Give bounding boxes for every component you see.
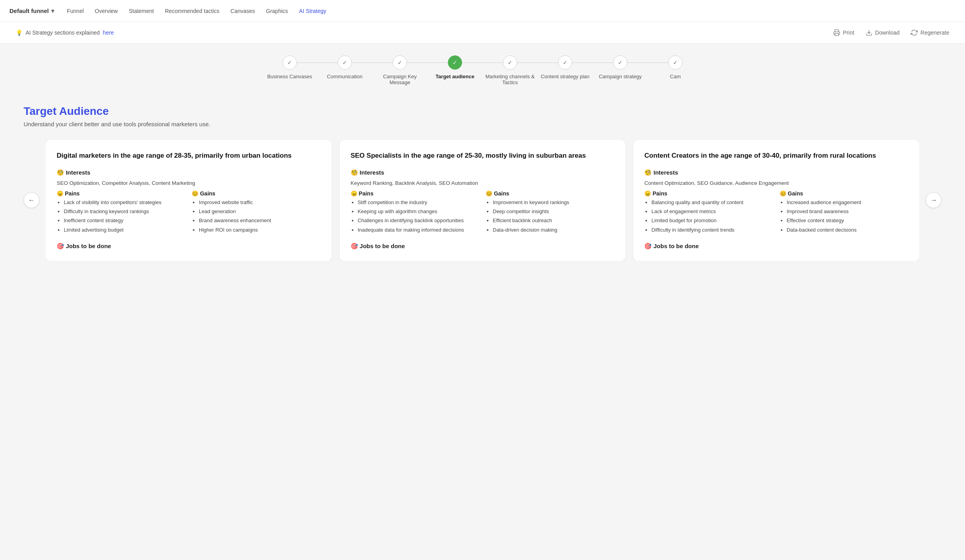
stepper-business-canvases[interactable]: ✓ Business Canvases xyxy=(262,55,317,79)
card-2-interests-label: 🧐 Interests xyxy=(351,169,615,176)
stepper-circle-8: ✓ xyxy=(668,55,682,70)
card-3-interests-label: 🧐 Interests xyxy=(644,169,908,176)
list-item: Limited advertising budget xyxy=(64,227,185,234)
list-item: Difficulty in tracking keyword rankings xyxy=(64,208,185,215)
svg-rect-0 xyxy=(835,33,838,36)
info-link[interactable]: here xyxy=(103,29,114,36)
info-text: 💡 AI Strategy sections explained here xyxy=(16,29,114,36)
list-item: Improved website traffic xyxy=(199,199,320,206)
list-item: Difficulty in identifying content trends xyxy=(651,227,773,234)
stepper-circle-1: ✓ xyxy=(283,55,297,70)
card-3: Content Creators in the age range of 30-… xyxy=(633,140,919,261)
card-3-pains-label: 😠 Pains xyxy=(644,190,773,197)
stepper-content-strategy[interactable]: ✓ Content strategy plan xyxy=(538,55,593,79)
chevron-down-icon: ▾ xyxy=(51,7,54,15)
card-2-gains-col: 😊 Gains Improvement in keyword rankings … xyxy=(486,190,614,236)
card-1-interests-label: 🧐 Interests xyxy=(57,169,321,176)
list-item: Keeping up with algorithm changes xyxy=(358,208,479,215)
list-item: Brand awareness enhancement xyxy=(199,217,320,224)
list-item: Effective content strategy xyxy=(787,217,908,224)
top-navigation: Default funnel ▾ Funnel Overview Stateme… xyxy=(0,0,965,22)
lightbulb-icon: 💡 xyxy=(16,29,22,36)
card-2-pains-gains: 😠 Pains Stiff competition in the industr… xyxy=(351,190,615,236)
card-3-gains-list: Increased audience engagement Improved b… xyxy=(780,199,908,234)
card-2-interests-text: Keyword Ranking, Backlink Analysis, SEO … xyxy=(351,179,615,187)
list-item: Higher ROI on campaigns xyxy=(199,227,320,234)
stepper-circle-4: ✓ xyxy=(448,55,462,70)
card-1-pains-col: 😠 Pains Lack of visibility into competit… xyxy=(57,190,185,236)
nav-overview[interactable]: Overview xyxy=(95,8,118,14)
card-3-gains-label: 😊 Gains xyxy=(780,190,908,197)
card-1-interests-text: SEO Optimization, Competitor Analysis, C… xyxy=(57,179,321,187)
print-icon xyxy=(833,29,840,36)
card-2-gains-label: 😊 Gains xyxy=(486,190,614,197)
card-2-title: SEO Specialists in the age range of 25-3… xyxy=(351,151,615,160)
list-item: Data-backed content decisions xyxy=(787,227,908,234)
card-3-pains-list: Balancing quality and quantity of conten… xyxy=(644,199,773,234)
download-button[interactable]: Download xyxy=(865,29,900,36)
nav-ai-strategy[interactable]: AI Strategy xyxy=(299,8,326,14)
card-1-gains-col: 😊 Gains Improved website traffic Lead ge… xyxy=(192,190,320,236)
download-icon xyxy=(865,29,873,36)
funnel-selector[interactable]: Default funnel ▾ xyxy=(9,7,54,15)
card-1: Digital marketers in the age range of 28… xyxy=(46,140,332,261)
list-item: Inadequate data for making informed deci… xyxy=(358,227,479,234)
list-item: Lack of engagement metrics xyxy=(651,208,773,215)
stepper-campaign-strategy[interactable]: ✓ Campaign strategy xyxy=(593,55,648,79)
card-1-pains-gains: 😠 Pains Lack of visibility into competit… xyxy=(57,190,321,236)
nav-graphics[interactable]: Graphics xyxy=(266,8,288,14)
list-item: Data-driven decision making xyxy=(493,227,614,234)
stepper-marketing-channels[interactable]: ✓ Marketing channels & Tactics xyxy=(482,55,538,85)
list-item: Stiff competition in the industry xyxy=(358,199,479,206)
list-item: Increased audience engagement xyxy=(787,199,908,206)
card-3-pains-col: 😠 Pains Balancing quality and quantity o… xyxy=(644,190,773,236)
list-item: Limited budget for promotion xyxy=(651,217,773,224)
right-arrow-button[interactable]: → xyxy=(926,192,941,208)
funnel-name: Default funnel xyxy=(9,7,49,14)
list-item: Balancing quality and quantity of conten… xyxy=(651,199,773,206)
list-item: Inefficient content strategy xyxy=(64,217,185,224)
left-arrow-icon: ← xyxy=(28,196,35,204)
nav-statement[interactable]: Statement xyxy=(129,8,154,14)
action-bar: 💡 AI Strategy sections explained here Pr… xyxy=(0,22,965,44)
regenerate-button[interactable]: Regenerate xyxy=(911,29,949,36)
right-arrow-icon: → xyxy=(930,196,937,204)
stepper-campaign-key-message[interactable]: ✓ Campaign Key Message xyxy=(372,55,427,85)
card-3-jobs-label: 🎯 Jobs to be done xyxy=(644,243,908,250)
regenerate-icon xyxy=(911,29,918,36)
stepper-communication[interactable]: ✓ Communication xyxy=(317,55,372,79)
stepper-circle-6: ✓ xyxy=(558,55,572,70)
stepper-cam[interactable]: ✓ Cam xyxy=(648,55,703,79)
nav-funnel[interactable]: Funnel xyxy=(67,8,84,14)
card-2-gains-list: Improvement in keyword rankings Deep com… xyxy=(486,199,614,234)
list-item: Challenges in identifying backlink oppor… xyxy=(358,217,479,224)
nav-links: Funnel Overview Statement Recommended ta… xyxy=(67,8,326,14)
stepper-circle-5: ✓ xyxy=(503,55,517,70)
card-1-gains-label: 😊 Gains xyxy=(192,190,320,197)
card-2: SEO Specialists in the age range of 25-3… xyxy=(340,140,626,261)
print-button[interactable]: Print xyxy=(833,29,854,36)
card-2-pains-list: Stiff competition in the industry Keepin… xyxy=(351,199,479,234)
nav-canvases[interactable]: Canvases xyxy=(231,8,255,14)
cards-wrapper: ← Digital marketers in the age range of … xyxy=(24,140,941,261)
action-buttons: Print Download Regenerate xyxy=(833,29,949,36)
stepper-target-audience[interactable]: ✓ Target audience xyxy=(427,55,482,79)
card-3-interests-text: Content Optimization, SEO Guidance, Audi… xyxy=(644,179,908,187)
stepper-circle-7: ✓ xyxy=(613,55,627,70)
cards-container: Digital marketers in the age range of 28… xyxy=(46,140,919,261)
left-arrow-button[interactable]: ← xyxy=(24,192,39,208)
card-1-pains-list: Lack of visibility into competitors' str… xyxy=(57,199,185,234)
page-title: Target Audience xyxy=(24,105,941,118)
stepper-circle-2: ✓ xyxy=(338,55,352,70)
stepper-section: ✓ Business Canvases ✓ Communication ✓ Ca… xyxy=(0,44,965,89)
card-1-jobs-label: 🎯 Jobs to be done xyxy=(57,243,321,250)
list-item: Improved brand awareness xyxy=(787,208,908,215)
card-3-title: Content Creators in the age range of 30-… xyxy=(644,151,908,160)
nav-recommended-tactics[interactable]: Recommended tactics xyxy=(165,8,220,14)
card-3-gains-col: 😊 Gains Increased audience engagement Im… xyxy=(780,190,908,236)
stepper: ✓ Business Canvases ✓ Communication ✓ Ca… xyxy=(262,55,703,85)
card-1-gains-list: Improved website traffic Lead generation… xyxy=(192,199,320,234)
card-2-pains-label: 😠 Pains xyxy=(351,190,479,197)
card-1-pains-label: 😠 Pains xyxy=(57,190,185,197)
card-3-pains-gains: 😠 Pains Balancing quality and quantity o… xyxy=(644,190,908,236)
